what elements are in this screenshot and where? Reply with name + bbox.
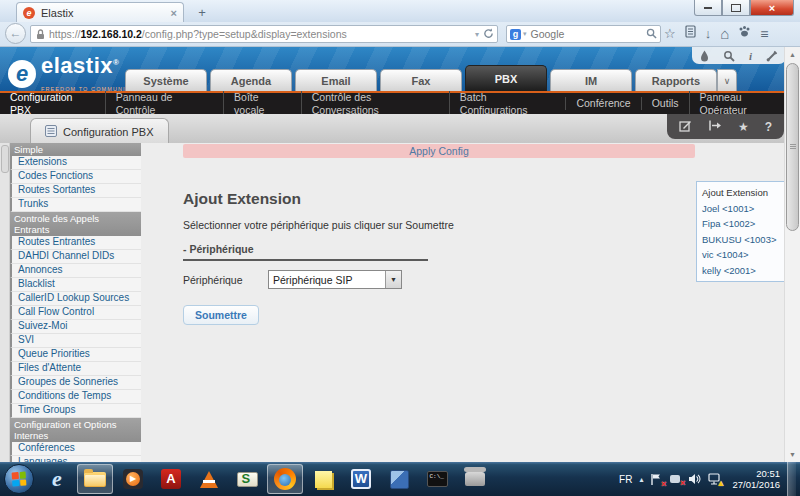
sidebar-item-suivez-moi[interactable]: Suivez-Moi [10, 320, 141, 334]
submit-button[interactable]: Soumettre [183, 305, 259, 325]
header-utility-icons: i [692, 47, 786, 64]
search-magnifier-icon[interactable] [646, 28, 657, 41]
menu-boite-vocale[interactable]: Boîte vocale [223, 91, 301, 117]
extension-link-vic[interactable]: vic <1004> [702, 247, 788, 263]
taskbar-ie-button[interactable]: e [39, 464, 75, 494]
sidebar-item-annonces[interactable]: Annonces [10, 264, 141, 278]
tab-im[interactable]: IM [550, 69, 632, 91]
menu-conference[interactable]: Conférence [565, 97, 640, 110]
close-button[interactable]: × [750, 0, 794, 16]
help-icon[interactable]: ? [765, 120, 772, 134]
bookmark-star-icon[interactable]: ☆ [664, 24, 676, 44]
tab-systeme[interactable]: Système [125, 69, 207, 91]
tab-pbx[interactable]: PBX [465, 65, 547, 91]
extension-link-joel[interactable]: Joel <1001> [702, 201, 788, 217]
show-desktop-button[interactable] [787, 462, 796, 496]
extension-link-fipa[interactable]: Fipa <1002> [702, 216, 788, 232]
tab-configuration-pbx[interactable]: Configuration PBX [30, 118, 169, 144]
page-scrollbar[interactable]: ▲ ▼ [784, 47, 800, 462]
menu-controle-des-conversations[interactable]: Contrôle des Conversations [301, 91, 449, 117]
sidebar-item-trunks[interactable]: Trunks [10, 198, 141, 212]
apply-config-link[interactable]: Apply Config [183, 144, 695, 158]
sidebar-item-conferences[interactable]: Conférences [10, 442, 141, 456]
sidebar-item-routes-entrantes[interactable]: Routes Entrantes [10, 236, 141, 250]
hidden-icons-button[interactable]: ▴ [639, 475, 643, 484]
search-icon[interactable] [723, 50, 735, 62]
sidebar-item-svi[interactable]: SVI [10, 334, 141, 348]
taskbar-mail-button[interactable] [229, 464, 265, 494]
maximize-button[interactable] [722, 0, 750, 16]
menu-outils[interactable]: Outils [641, 97, 689, 110]
taskbar-firefox-button[interactable] [267, 464, 303, 494]
menu-batch-configurations[interactable]: Batch Configurations [449, 91, 566, 117]
sidebar-item-queue-priorities[interactable]: Queue Priorities [10, 348, 141, 362]
bookmarks-menu-icon[interactable] [685, 24, 696, 44]
backup-error-icon[interactable]: × [669, 473, 681, 485]
taskbar-vlc-button[interactable] [191, 464, 227, 494]
taskbar-sticky-notes-button[interactable] [305, 464, 341, 494]
tab-close-icon[interactable]: × [171, 7, 177, 19]
tray-language-label[interactable]: FR [619, 474, 632, 485]
reload-icon[interactable] [483, 28, 494, 41]
taskbar-word-button[interactable]: W [343, 464, 379, 494]
tab-fax[interactable]: Fax [380, 69, 462, 91]
downloads-icon[interactable]: ↓ [705, 24, 712, 44]
sidebar-item-groupes-de-sonneries[interactable]: Groupes de Sonneries [10, 376, 141, 390]
taskbar-cmd-button[interactable]: C:\_ [419, 464, 455, 494]
sidebar-item-extensions[interactable]: Extensions [10, 156, 141, 170]
url-bar[interactable]: https://192.168.10.2/config.php?type=set… [30, 25, 498, 43]
select-dropdown-icon[interactable]: ▼ [385, 271, 401, 288]
sidebar-item-routes-sortantes[interactable]: Routes Sortantes [10, 184, 141, 198]
sidebar-grip-handle[interactable] [1, 145, 9, 173]
addon-paw-icon[interactable] [738, 24, 751, 44]
url-dropdown-icon[interactable]: ▾ [475, 30, 479, 39]
sidebar-item-blacklist[interactable]: Blacklist [10, 278, 141, 292]
network-warning-icon[interactable]: ▲ [708, 473, 721, 485]
search-box[interactable]: g ▾ Google [506, 25, 661, 43]
back-button[interactable]: ← [5, 23, 26, 44]
taskbar-softphone-button[interactable] [457, 464, 493, 494]
tray-clock[interactable]: 20:51 27/01/2016 [732, 468, 780, 490]
browser-tab[interactable]: e Elastix × [16, 2, 184, 22]
tabs-overflow-chevron-icon[interactable]: ∨ [717, 69, 737, 91]
extension-link-bukusu[interactable]: BUKUSU <1003> [702, 232, 788, 248]
scroll-down-icon[interactable]: ▼ [785, 447, 800, 462]
home-icon[interactable]: ⌂ [720, 24, 729, 44]
taskbar-explorer-button[interactable] [77, 464, 113, 494]
sidebar-item-conditions-de-temps[interactable]: Conditions de Temps [10, 390, 141, 404]
scroll-up-icon[interactable]: ▲ [785, 47, 800, 62]
new-tab-button[interactable]: + [190, 6, 214, 21]
sidebar-item-files-dattente[interactable]: Files d'Attente [10, 362, 141, 376]
tools-wrench-icon[interactable] [766, 50, 778, 62]
taskbar-virtualbox-button[interactable] [381, 464, 417, 494]
search-engine-icon[interactable]: g [510, 29, 521, 40]
taskbar-adobe-reader-button[interactable]: A [153, 464, 189, 494]
search-placeholder: Google [531, 28, 646, 40]
sidebar-item-codes-fonctions[interactable]: Codes Fonctions [10, 170, 141, 184]
sidebar-collapse-strip[interactable] [0, 143, 10, 462]
volume-icon[interactable] [688, 473, 701, 485]
bookmark-star-icon[interactable]: ★ [738, 120, 749, 134]
theme-drop-icon[interactable] [700, 50, 709, 62]
tab-rapports[interactable]: Rapports [635, 69, 717, 91]
menu-panneau-de-controle[interactable]: Panneau de Contrôle [105, 91, 223, 117]
device-select[interactable]: Périphérique SIP ▼ [268, 270, 402, 289]
sidebar-item-time-groups[interactable]: Time Groups [10, 404, 141, 418]
sidebar-item-callerid-lookup-sources[interactable]: CallerID Lookup Sources [10, 292, 141, 306]
minimize-button[interactable] [694, 0, 722, 16]
edit-icon[interactable] [679, 119, 692, 135]
action-center-flag-icon[interactable]: × [650, 473, 662, 486]
info-icon[interactable]: i [749, 50, 752, 62]
start-button[interactable] [4, 464, 34, 494]
search-engine-dropdown-icon[interactable]: ▾ [523, 30, 527, 38]
tab-email[interactable]: Email [295, 69, 377, 91]
extension-link-kelly[interactable]: kelly <2001> [702, 263, 788, 279]
tab-agenda[interactable]: Agenda [210, 69, 292, 91]
taskbar-media-player-button[interactable]: ▶ [115, 464, 151, 494]
collapse-panel-icon[interactable] [708, 120, 722, 134]
menu-configuration-pbx[interactable]: Configuration PBX [0, 91, 105, 117]
scrollbar-thumb[interactable] [786, 63, 799, 231]
sidebar-item-dahdi-channel-dids[interactable]: DAHDI Channel DIDs [10, 250, 141, 264]
sidebar-item-call-flow-control[interactable]: Call Flow Control [10, 306, 141, 320]
menu-icon[interactable]: ≡ [760, 24, 768, 44]
